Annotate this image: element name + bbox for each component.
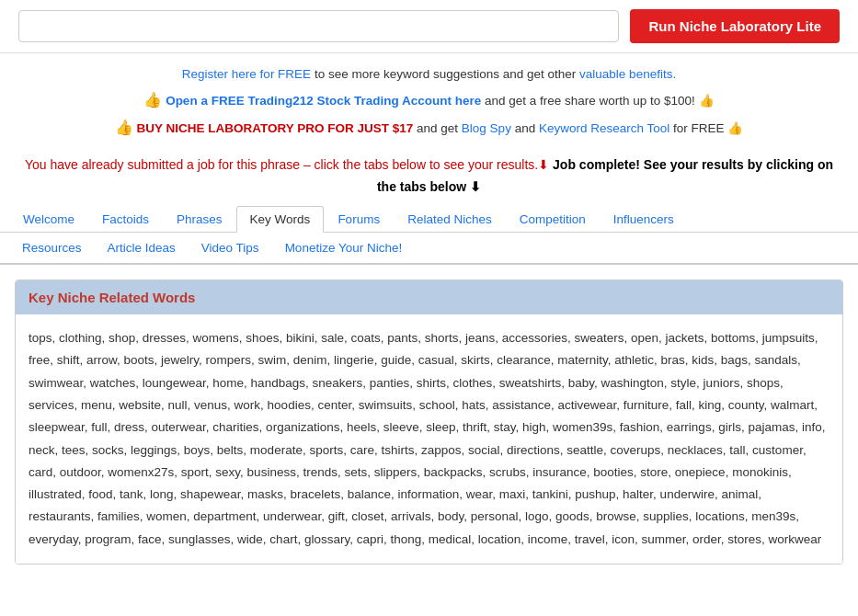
valuable-benefits-link[interactable]: valuable benefits. (579, 67, 676, 81)
pro-link[interactable]: BUY NICHE LABORATORY PRO FOR JUST $17 (136, 121, 417, 135)
promo-line1: Register here for FREE to see more keywo… (18, 63, 840, 86)
promo-line3-text1: and get (417, 121, 462, 135)
search-input[interactable]: clothes (18, 10, 619, 42)
section-body: tops, clothing, shop, dresses, womens, s… (16, 314, 842, 564)
status-message: You have already submitted a job for thi… (0, 151, 858, 200)
hand-icon-1: 👍 (143, 92, 162, 108)
main-content: Key Niche Related Words tops, clothing, … (0, 265, 858, 579)
tab-factoids[interactable]: Factoids (88, 206, 163, 233)
nav-tabs-row1: Welcome Factoids Phrases Key Words Forum… (0, 200, 858, 233)
promo-line1-text2: to see more keyword suggestions and get … (315, 67, 579, 81)
nav-tabs-row2: Resources Article Ideas Video Tips Monet… (0, 233, 858, 265)
run-button[interactable]: Run Niche Laboratory Lite (630, 9, 840, 43)
promo-section: Register here for FREE to see more keywo… (0, 53, 858, 151)
hand-icon-2: 👍 (115, 120, 133, 135)
tab-article-ideas[interactable]: Article Ideas (95, 236, 189, 259)
promo-line3-text3: for FREE 👍 (673, 121, 743, 135)
top-bar: clothes Run Niche Laboratory Lite (0, 0, 858, 53)
tab-keywords[interactable]: Key Words (236, 206, 325, 233)
tab-welcome[interactable]: Welcome (9, 206, 88, 233)
section-header: Key Niche Related Words (16, 280, 842, 314)
promo-line3: 👍 BUY NICHE LABORATORY PRO FOR JUST $17 … (18, 114, 840, 142)
tab-phrases[interactable]: Phrases (163, 206, 236, 233)
promo-line2: 👍 Open a FREE Trading212 Stock Trading A… (18, 86, 840, 114)
keywords-section: Key Niche Related Words tops, clothing, … (15, 279, 843, 565)
blog-spy-link[interactable]: Blog Spy (462, 121, 515, 135)
promo-line2-text: and get a free share worth up to $100! 👍 (485, 94, 715, 108)
tab-influencers[interactable]: Influencers (600, 206, 688, 233)
keywords-text: tops, clothing, shop, dresses, womens, s… (29, 331, 825, 546)
status-text-red: You have already submitted a job for thi… (25, 157, 549, 172)
tab-competition[interactable]: Competition (506, 206, 600, 233)
section-header-text: Key Niche Related Words (29, 290, 195, 305)
keyword-research-link[interactable]: Keyword Research Tool (539, 121, 673, 135)
trading-link[interactable]: Open a FREE Trading212 Stock Trading Acc… (166, 94, 485, 108)
tab-video-tips[interactable]: Video Tips (189, 236, 272, 259)
tab-resources[interactable]: Resources (9, 236, 95, 259)
promo-line3-text2: and (515, 121, 539, 135)
tab-monetize[interactable]: Monetize Your Niche! (272, 236, 416, 259)
tab-related-niches[interactable]: Related Niches (394, 206, 506, 233)
register-link[interactable]: Register here for FREE (182, 67, 315, 81)
tab-forums[interactable]: Forums (324, 206, 394, 233)
